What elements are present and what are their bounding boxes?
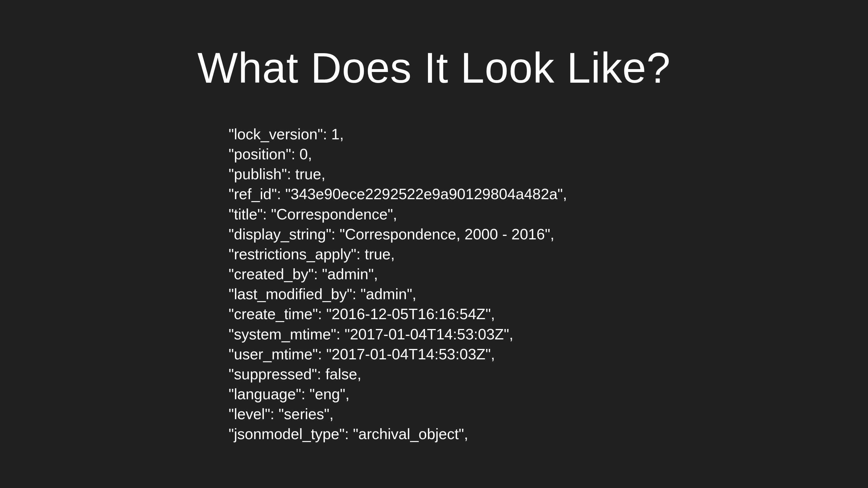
code-line: "lock_version": 1, — [228, 124, 868, 144]
code-block: "lock_version": 1, "position": 0, "publi… — [228, 124, 868, 444]
code-line: "publish": true, — [228, 164, 868, 184]
code-line: "restrictions_apply": true, — [228, 244, 868, 264]
code-line: "created_by": "admin", — [228, 264, 868, 284]
code-line: "language": "eng", — [228, 384, 868, 404]
code-line: "last_modified_by": "admin", — [228, 284, 868, 304]
code-line: "ref_id": "343e90ece2292522e9a90129804a4… — [228, 184, 868, 204]
code-line: "display_string": "Correspondence, 2000 … — [228, 224, 868, 244]
code-line: "create_time": "2016-12-05T16:16:54Z", — [228, 304, 868, 324]
code-line: "jsonmodel_type": "archival_object", — [228, 424, 868, 444]
slide-title: What Does It Look Like? — [0, 43, 868, 93]
slide-container: What Does It Look Like? "lock_version": … — [0, 0, 868, 488]
code-line: "title": "Correspondence", — [228, 204, 868, 224]
code-line: "level": "series", — [228, 404, 868, 424]
code-line: "user_mtime": "2017-01-04T14:53:03Z", — [228, 344, 868, 364]
code-line: "suppressed": false, — [228, 364, 868, 384]
code-line: "system_mtime": "2017-01-04T14:53:03Z", — [228, 324, 868, 344]
code-line: "position": 0, — [228, 144, 868, 164]
